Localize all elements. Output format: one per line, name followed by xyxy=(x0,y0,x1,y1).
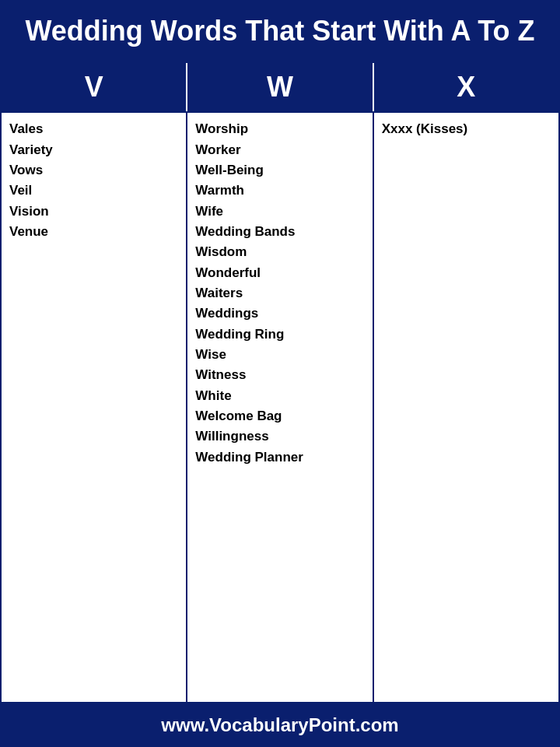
list-item: Venue xyxy=(9,222,178,242)
list-item: Wedding Ring xyxy=(195,324,364,345)
column-headers: VWX xyxy=(2,63,558,111)
col-body-w: WorshipWorkerWell-BeingWarmthWifeWedding… xyxy=(187,113,373,702)
list-item: Worship xyxy=(195,119,364,139)
list-item: Wedding Bands xyxy=(195,222,364,242)
list-item: Wife xyxy=(195,202,364,222)
list-item: Waiters xyxy=(195,283,364,303)
list-item: Worker xyxy=(195,140,364,160)
column-body: ValesVarietyVowsVeilVisionVenueWorshipWo… xyxy=(2,111,558,702)
footer-url: www.VocabularyPoint.com xyxy=(0,703,560,747)
col-body-v: ValesVarietyVowsVeilVisionVenue xyxy=(2,113,187,702)
list-item: Well-Being xyxy=(195,160,364,181)
list-item: Wedding Planner xyxy=(195,447,364,468)
list-item: Willingness xyxy=(195,426,364,447)
list-item: Witness xyxy=(195,365,364,385)
page-title: Wedding Words That Start With A To Z xyxy=(0,0,560,61)
col-body-x: Xxxx (Kisses) xyxy=(374,113,558,702)
list-item: White xyxy=(195,386,364,406)
list-item: Wonderful xyxy=(195,263,364,283)
list-item: Welcome Bag xyxy=(195,406,364,426)
list-item: Veil xyxy=(9,181,178,201)
list-item: Wise xyxy=(195,345,364,365)
list-item: Variety xyxy=(9,140,178,160)
col-header-v: V xyxy=(2,63,187,111)
col-header-x: X xyxy=(374,63,558,111)
list-item: Xxxx (Kisses) xyxy=(382,119,551,139)
list-item: Vision xyxy=(9,202,178,222)
col-header-w: W xyxy=(187,63,373,111)
list-item: Vales xyxy=(9,119,178,139)
list-item: Vows xyxy=(9,160,178,181)
main-table: VWX ValesVarietyVowsVeilVisionVenueWorsh… xyxy=(0,61,560,703)
list-item: Wisdom xyxy=(195,242,364,262)
list-item: Warmth xyxy=(195,181,364,201)
list-item: Weddings xyxy=(195,303,364,324)
